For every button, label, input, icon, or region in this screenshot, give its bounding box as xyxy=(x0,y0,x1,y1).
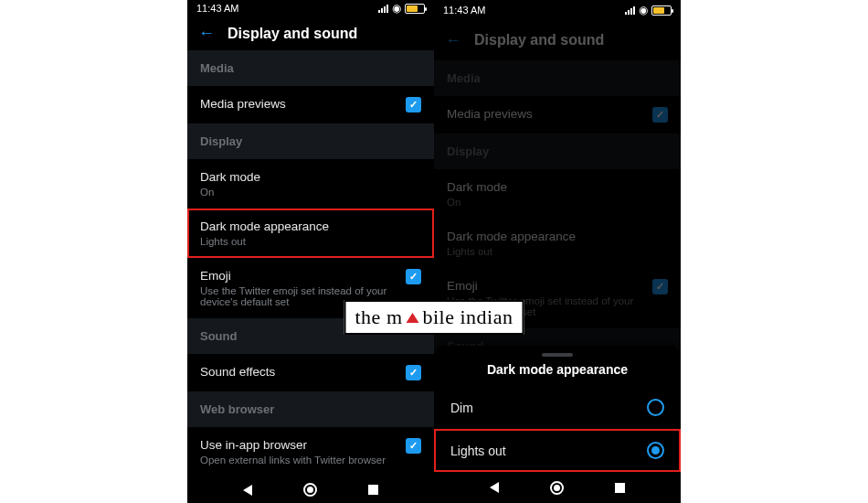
status-bar: 11:43 AM ◉ xyxy=(187,0,434,16)
row-media-previews[interactable]: Media previews ✓ xyxy=(434,96,681,134)
appearance-label: Dark mode appearance xyxy=(447,230,668,243)
row-dark-mode[interactable]: Dark mode On xyxy=(187,159,434,209)
wifi-icon: ◉ xyxy=(392,3,401,14)
status-time: 11:43 AM xyxy=(443,5,485,16)
row-media-previews[interactable]: Media previews ✓ xyxy=(187,86,434,123)
dark-mode-value: On xyxy=(447,197,668,208)
section-display: Display xyxy=(187,123,434,159)
inapp-sub: Open external links with Twitter browser xyxy=(200,455,397,466)
radio-selected-icon[interactable] xyxy=(647,442,664,459)
dark-mode-label: Dark mode xyxy=(447,180,668,194)
section-media: Media xyxy=(434,60,681,96)
logo-text-post: bile indian xyxy=(423,305,513,329)
appearance-value: Lights out xyxy=(200,236,421,247)
nav-back-icon[interactable] xyxy=(243,485,252,496)
status-bar: 11:43 AM ◉ xyxy=(434,0,681,20)
nav-recents-icon[interactable] xyxy=(615,483,625,493)
row-dark-mode[interactable]: Dark mode On xyxy=(434,169,681,219)
checkbox-checked-icon[interactable]: ✓ xyxy=(652,107,668,123)
nav-bar xyxy=(434,472,681,503)
row-inapp-browser[interactable]: Use in-app browser Open external links w… xyxy=(187,427,434,476)
section-web: Web browser xyxy=(187,391,434,427)
page-title: Display and sound xyxy=(474,32,604,48)
dark-mode-label: Dark mode xyxy=(200,170,421,184)
watermark-logo: the mbile indian xyxy=(344,300,524,335)
bottom-sheet: Dark mode appearance Dim Lights out xyxy=(434,346,681,472)
logo-text-pre: the m xyxy=(355,305,403,329)
sound-effects-label: Sound effects xyxy=(200,365,397,379)
battery-icon xyxy=(405,4,425,14)
checkbox-checked-icon[interactable]: ✓ xyxy=(406,269,421,284)
back-icon[interactable]: ← xyxy=(445,31,461,50)
wifi-icon: ◉ xyxy=(639,5,648,16)
battery-icon xyxy=(651,5,672,16)
page-title: Display and sound xyxy=(228,26,357,42)
appearance-label: Dark mode appearance xyxy=(200,219,421,233)
radio-option-dim[interactable]: Dim xyxy=(434,386,681,429)
appearance-value: Lights out xyxy=(447,246,668,257)
section-display: Display xyxy=(434,134,681,169)
sheet-handle-icon[interactable] xyxy=(542,353,573,357)
back-icon[interactable]: ← xyxy=(198,24,215,43)
emoji-label: Emoji xyxy=(447,279,643,293)
emoji-label: Emoji xyxy=(200,269,397,283)
dark-mode-value: On xyxy=(200,187,421,198)
section-media: Media xyxy=(187,50,434,86)
phone-left: 11:43 AM ◉ ← Display and sound Media Med… xyxy=(187,0,434,503)
status-time: 11:43 AM xyxy=(196,3,238,14)
radio-dim-label: Dim xyxy=(450,401,473,415)
checkbox-checked-icon[interactable]: ✓ xyxy=(406,365,421,380)
radio-option-lights-out[interactable]: Lights out xyxy=(434,429,681,472)
media-previews-label: Media previews xyxy=(447,107,643,121)
nav-recents-icon[interactable] xyxy=(368,485,378,495)
title-bar: ← Display and sound xyxy=(434,20,681,60)
checkbox-checked-icon[interactable]: ✓ xyxy=(652,279,668,294)
nav-bar xyxy=(187,476,434,503)
radio-unselected-icon[interactable] xyxy=(647,399,664,416)
phone-right: 11:43 AM ◉ ← Display and sound Media Med… xyxy=(434,0,681,503)
row-sound-effects[interactable]: Sound effects ✓ xyxy=(187,354,434,391)
inapp-label: Use in-app browser xyxy=(200,438,397,452)
logo-triangle-icon xyxy=(407,313,419,323)
checkbox-checked-icon[interactable]: ✓ xyxy=(406,97,421,112)
signal-icon xyxy=(378,4,388,13)
checkbox-checked-icon[interactable]: ✓ xyxy=(406,438,421,454)
sheet-title: Dark mode appearance xyxy=(434,362,681,386)
signal-icon xyxy=(625,5,635,15)
nav-back-icon[interactable] xyxy=(490,482,499,493)
row-dark-mode-appearance[interactable]: Dark mode appearance Lights out xyxy=(434,219,681,268)
nav-home-icon[interactable] xyxy=(303,483,317,497)
title-bar: ← Display and sound xyxy=(187,16,434,50)
row-dark-mode-appearance[interactable]: Dark mode appearance Lights out xyxy=(187,209,434,258)
radio-lightsout-label: Lights out xyxy=(450,444,506,458)
media-previews-label: Media previews xyxy=(200,97,397,111)
nav-home-icon[interactable] xyxy=(550,481,564,495)
